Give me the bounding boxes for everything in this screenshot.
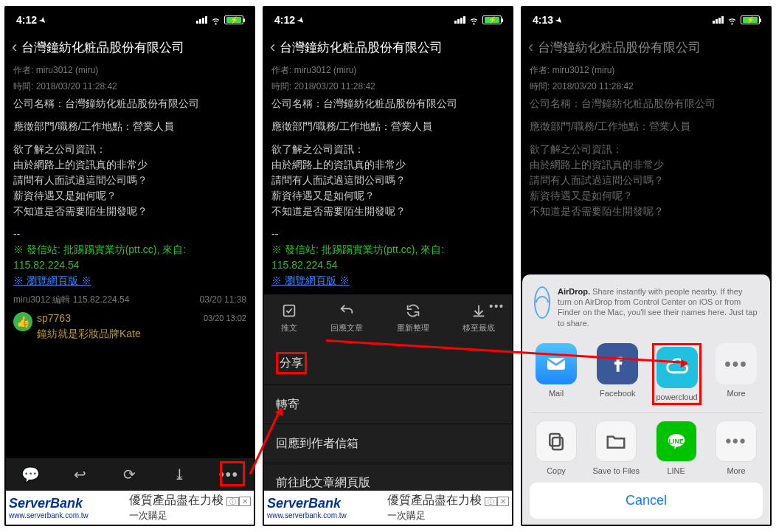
battery-icon: ⚡ xyxy=(224,15,243,24)
time-line: 時間: 2018/03/20 11:28:42 xyxy=(271,80,505,93)
page-title: 台灣鐘紡化粧品股份有限公司 xyxy=(21,39,184,56)
ad-url: www.serverbank.com.tw xyxy=(9,511,89,519)
reply-article-button[interactable]: 回應文章 xyxy=(330,303,363,334)
action-bar: ••• 推文 回應文章 重新整理 移至最底 xyxy=(264,294,512,342)
author-line: 作者: miru3012 (miru) xyxy=(271,63,505,77)
share-powercloud[interactable]: powercloud xyxy=(652,343,701,405)
ad-close-icon[interactable]: ✕ xyxy=(497,497,509,506)
time-line: 時間: 2018/03/20 11:28:42 xyxy=(13,80,246,93)
reply-item: 👍 sp7763 03/20 13:02 鐘紡就是彩妝品牌Kate xyxy=(13,311,246,342)
wifi-icon xyxy=(210,15,221,26)
ad-banner[interactable]: ServerBank www.serverbank.com.tw 優質產品盡在力… xyxy=(264,491,512,525)
web-link[interactable]: ※ 瀏覽網頁版 ※ xyxy=(13,273,246,289)
status-bar: 4:12➤ ⚡ xyxy=(6,7,254,32)
svg-rect-0 xyxy=(283,305,294,316)
ad-url: www.serverbank.com.tw xyxy=(267,511,347,519)
back-icon[interactable]: ‹ xyxy=(528,38,533,57)
refresh-icon[interactable]: ⟳ xyxy=(115,466,145,483)
ad-line1: 優質產品盡在力梭 xyxy=(129,494,224,506)
post-content: 作者: miru3012 (miru) 時間: 2018/03/20 11:28… xyxy=(264,62,512,491)
post-line: 公司名稱：台灣鐘紡化粧品股份有限公司 xyxy=(13,96,246,111)
page-title: 台灣鐘紡化粧品股份有限公司 xyxy=(538,39,701,56)
post-line: 應徵部門/職務/工作地點：營業人員 xyxy=(271,119,505,134)
comment-icon[interactable]: 💬 xyxy=(16,466,46,483)
airdrop-label: AirDrop. xyxy=(558,287,590,296)
post-line: 不知道是否需要陌生開發呢？ xyxy=(530,205,664,217)
sig-sep: -- xyxy=(13,227,246,242)
phone-3: 4:13➤ ⚡ ‹ 台灣鐘紡化粧品股份有限公司 作者: miru3012 (mi… xyxy=(521,6,772,526)
web-link[interactable]: ※ 瀏覽網頁版 ※ xyxy=(271,273,505,289)
post-line: 薪資待遇又是如何呢？ xyxy=(13,190,117,201)
post-line: 請問有人面試過這間公司嗎？ xyxy=(13,174,148,186)
phone-2: 4:12➤ ⚡ ‹ 台灣鐘紡化粧品股份有限公司 作者: miru3012 (mi… xyxy=(263,6,513,526)
post-line: 由於網路上的資訊真的非常少 xyxy=(271,159,406,170)
status-bar: 4:12➤ ⚡ xyxy=(264,7,512,32)
post-line: 請問有人面試過這間公司嗎？ xyxy=(530,174,664,186)
share-more[interactable]: ••• More xyxy=(710,343,763,405)
sig-origin: ※ 發信站: 批踢踢實業坊(ptt.cc), 來自: xyxy=(13,243,186,255)
menu-goto-web[interactable]: 前往此文章網頁版 xyxy=(264,463,512,491)
reply-msg: 鐘紡就是彩妝品牌Kate xyxy=(37,326,246,342)
status-bar: 4:13➤ ⚡ xyxy=(522,7,770,32)
menu-forward[interactable]: 轉寄 xyxy=(264,385,512,424)
back-icon[interactable]: ‹ xyxy=(270,38,275,57)
push-button[interactable]: 推文 xyxy=(281,303,297,334)
airdrop-icon xyxy=(534,286,550,319)
folder-icon xyxy=(595,421,637,462)
post-line: 公司名稱：台灣鐘紡化粧品股份有限公司 xyxy=(271,96,505,111)
action-copy[interactable]: Copy xyxy=(530,421,583,475)
title-bar: ‹ 台灣鐘紡化粧品股份有限公司 xyxy=(6,32,254,62)
sig-ip: 115.82.224.54 xyxy=(13,259,80,271)
wifi-icon xyxy=(727,15,738,26)
facebook-icon xyxy=(597,343,638,384)
clock: 4:12 xyxy=(274,14,295,26)
menu-reply-author[interactable]: 回應到作者信箱 xyxy=(264,424,512,463)
more-icon: ••• xyxy=(716,343,757,384)
action-line[interactable]: LINE LINE xyxy=(650,421,703,475)
more-icon: ••• xyxy=(716,421,757,462)
post-line: 應徵部門/職務/工作地點：營業人員 xyxy=(13,119,246,134)
reply-author: sp7763 xyxy=(37,311,71,326)
share-apps-row: Mail Facebook powercloud ••• More xyxy=(530,339,763,412)
post-line: 公司名稱：台灣鐘紡化粧品股份有限公司 xyxy=(530,96,763,111)
location-icon: ➤ xyxy=(296,15,305,24)
share-facebook[interactable]: Facebook xyxy=(591,343,644,405)
copy-icon xyxy=(536,421,577,462)
ad-tag-icon: ⓘ xyxy=(485,497,497,506)
ad-line2: 一次購足 xyxy=(129,510,167,521)
context-menu: 分享 轉寄 回應到作者信箱 前往此文章網頁版 切換成整頁模式 複製文章代碼(AI… xyxy=(264,342,512,491)
sig-ip: 115.82.224.54 xyxy=(271,259,338,271)
ad-logo: ServerBank xyxy=(9,496,83,511)
clock: 4:12 xyxy=(16,14,37,26)
line-icon: LINE xyxy=(656,421,697,462)
sig-sep: -- xyxy=(271,227,505,242)
battery-icon: ⚡ xyxy=(482,15,502,24)
reply-arrow-icon[interactable]: ↩ xyxy=(66,466,95,483)
more-icon[interactable]: ••• xyxy=(489,299,505,314)
share-sheet: AirDrop. Share instantly with people nea… xyxy=(522,274,770,525)
ad-tag-icon: ⓘ xyxy=(226,497,239,506)
author-line: 作者: miru3012 (miru) xyxy=(13,63,246,77)
post-line: 由於網路上的資訊真的非常少 xyxy=(13,159,148,170)
svg-rect-2 xyxy=(552,438,563,449)
action-more[interactable]: ••• More xyxy=(710,421,763,475)
location-icon: ➤ xyxy=(38,15,47,24)
post-content: 作者: miru3012 (miru) 時間: 2018/03/20 11:28… xyxy=(6,62,254,458)
ad-banner[interactable]: ServerBank www.serverbank.com.tw 優質產品盡在力… xyxy=(6,491,254,525)
cancel-button[interactable]: Cancel xyxy=(530,483,763,519)
page-title: 台灣鐘紡化粧品股份有限公司 xyxy=(280,39,443,56)
clock: 4:13 xyxy=(533,14,553,26)
post-line: 請問有人面試過這間公司嗎？ xyxy=(271,174,406,186)
airdrop-row[interactable]: AirDrop. Share instantly with people nea… xyxy=(530,283,763,339)
action-save-files[interactable]: Save to Files xyxy=(589,421,642,475)
battery-icon: ⚡ xyxy=(741,15,760,24)
back-icon[interactable]: ‹ xyxy=(12,38,17,57)
post-line: 欲了解之公司資訊： xyxy=(530,143,623,155)
refresh-button[interactable]: 重新整理 xyxy=(397,303,429,334)
ad-close-icon[interactable]: ✕ xyxy=(239,497,251,506)
highlight-more xyxy=(220,461,245,486)
thumbs-up-icon: 👍 xyxy=(13,312,32,331)
download-icon[interactable]: ⤓ xyxy=(164,466,194,483)
powercloud-icon xyxy=(657,347,698,388)
title-bar: ‹ 台灣鐘紡化粧品股份有限公司 xyxy=(522,32,770,62)
